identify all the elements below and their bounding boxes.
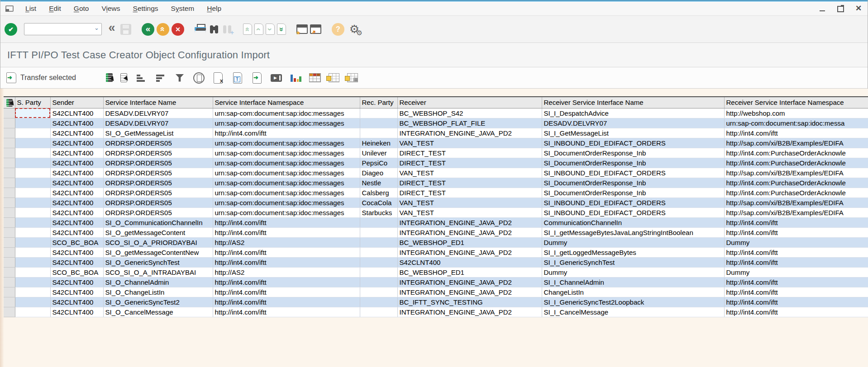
cell[interactable]: urn:sap-com:document:sap:idoc:messages (213, 207, 360, 217)
cell[interactable]: ORDRSP.ORDERS05 (103, 148, 213, 158)
cell[interactable]: http://int4.com/iftt (213, 247, 360, 257)
cell[interactable]: http://sap.com/xi/B2B/Examples/EDIFA (724, 207, 868, 217)
column-header-service-interface-name[interactable]: Service Interface Name (103, 97, 213, 108)
menu-item-help[interactable]: Help (200, 5, 228, 13)
cell[interactable]: http://int4.com/iftt (213, 128, 360, 138)
cell[interactable]: SI_INBOUND_EDI_EDIFACT_ORDERS (542, 207, 724, 217)
cell[interactable] (15, 168, 50, 178)
menu-item-edit[interactable]: Edit (43, 5, 67, 13)
select-all-header[interactable] (4, 97, 15, 108)
transfer-selected-button[interactable]: Transfer selected (6, 72, 76, 83)
cell[interactable]: INTEGRATION_ENGINE_JAVA_PD2 (397, 307, 542, 317)
cell[interactable]: SI_O_getMessageContentNew (103, 247, 213, 257)
cell[interactable]: BC_IFTT_SYNC_TESTING (397, 297, 542, 307)
column-header-sender[interactable]: Sender (50, 97, 103, 108)
cell[interactable]: http://sap.com/xi/B2B/Examples/EDIFA (724, 168, 868, 178)
cell[interactable]: S42CLNT400 (50, 297, 103, 307)
cell[interactable] (15, 237, 50, 247)
cell[interactable]: http://int4.com/iftt (213, 297, 360, 307)
cell[interactable]: DIRECT_TEST (397, 148, 542, 158)
cell[interactable]: S42CLNT400 (50, 128, 103, 138)
command-input[interactable] (24, 24, 94, 35)
cell[interactable]: http://webshop.com (724, 108, 868, 118)
cell[interactable] (15, 257, 50, 267)
cell[interactable] (15, 108, 50, 118)
cell[interactable]: urn:sap-com:document:sap:idoc:messages (213, 168, 360, 178)
cell[interactable]: http://int4.com/iftt (213, 307, 360, 317)
cell[interactable]: ORDRSP.ORDERS05 (103, 158, 213, 168)
first-page-icon[interactable] (243, 24, 252, 35)
cell[interactable]: SI_I_DespatchAdvice (542, 108, 724, 118)
cell[interactable] (360, 267, 397, 277)
column-header-service-interface-namespace[interactable]: Service Interface Namespace (213, 97, 360, 108)
cell[interactable]: BC_WEBSHOP_ED1 (397, 267, 542, 277)
row-selector[interactable] (4, 188, 15, 198)
cell[interactable]: SI_DocumentOrderResponse_Inb (542, 178, 724, 188)
cell[interactable]: VAN_TEST (397, 138, 542, 148)
cell[interactable]: ORDRSP.ORDERS05 (103, 168, 213, 178)
enter-icon[interactable] (5, 23, 17, 36)
cell[interactable]: VAN_TEST (397, 198, 542, 207)
select-all-columns-icon[interactable] (106, 73, 113, 82)
cell[interactable] (15, 198, 50, 207)
cell[interactable] (360, 237, 397, 247)
cell[interactable]: SI_DocumentOrderResponse_Inb (542, 188, 724, 198)
cell[interactable] (15, 227, 50, 237)
cell[interactable] (360, 217, 397, 227)
column-header-s-party[interactable]: S. Party (15, 97, 50, 108)
cell[interactable]: SCO_BC_BOA (50, 237, 103, 247)
cell[interactable]: S42CLNT400 (397, 257, 542, 267)
cell[interactable]: S42CLNT400 (50, 188, 103, 198)
cell[interactable]: S42CLNT400 (50, 217, 103, 227)
system-menu-icon[interactable] (5, 5, 14, 12)
create-shortcut-icon[interactable] (310, 24, 321, 34)
cell[interactable]: Heineken (360, 138, 397, 148)
cell[interactable]: INTEGRATION_ENGINE_JAVA_PD2 (397, 277, 542, 287)
cell[interactable]: urn:sap-com:document:sap:idoc:messages (213, 118, 360, 128)
graphics-icon[interactable] (290, 73, 301, 83)
page-down-icon[interactable] (266, 24, 275, 35)
exit-icon[interactable] (157, 23, 169, 36)
cell[interactable]: http://sap.com/xi/B2B/Examples/EDIFA (724, 138, 868, 148)
maximize-button[interactable] (834, 4, 847, 14)
row-selector[interactable] (4, 207, 15, 217)
cell[interactable]: ChangeListIn (542, 287, 724, 297)
customize-icon[interactable] (347, 23, 362, 36)
sort-ascending-icon[interactable] (135, 72, 147, 84)
deselect-all-columns-icon[interactable] (120, 73, 127, 82)
cell[interactable]: ORDRSP.ORDERS05 (103, 178, 213, 188)
cell[interactable]: http://int4.com/iftt (724, 257, 868, 267)
back-icon[interactable] (142, 23, 154, 36)
cell[interactable]: BC_WEBSHOP_FLAT_FILE (397, 118, 542, 128)
cell[interactable] (360, 118, 397, 128)
row-selector[interactable] (4, 128, 15, 138)
row-selector[interactable] (4, 237, 15, 247)
cell[interactable]: urn:sap-com:document:sap:idoc:messages (213, 108, 360, 118)
cell[interactable]: urn:sap-com:document:sap:idoc:messages (213, 138, 360, 148)
cell[interactable]: http://int4.com/iftt (213, 277, 360, 287)
cell[interactable]: SI_I_ChannelAdmin (542, 277, 724, 287)
cell[interactable]: SI_I_GenericSyncTest2Loopback (542, 297, 724, 307)
cell[interactable]: DIRECT_TEST (397, 188, 542, 198)
cell[interactable]: Diageo (360, 168, 397, 178)
row-selector[interactable] (4, 168, 15, 178)
cell[interactable]: DESADV.DELVRY07 (103, 118, 213, 128)
minimize-button[interactable] (816, 4, 829, 14)
row-selector[interactable] (4, 227, 15, 237)
cell[interactable]: http://int4.com:PurchaseOrderAcknowle (724, 148, 868, 158)
cell[interactable]: S42CLNT400 (50, 287, 103, 297)
cell[interactable]: VAN_TEST (397, 207, 542, 217)
cell[interactable]: S42CLNT400 (50, 257, 103, 267)
cell[interactable]: S42CLNT400 (50, 178, 103, 188)
cell[interactable]: http://int4.com/iftt (213, 227, 360, 237)
cell[interactable] (15, 148, 50, 158)
row-selector[interactable] (4, 277, 15, 287)
cell[interactable]: ORDRSP.ORDERS05 (103, 138, 213, 148)
cell[interactable]: SI_O_GenericSynchTest (103, 257, 213, 267)
cell[interactable]: ORDRSP.ORDERS05 (103, 198, 213, 207)
cell[interactable]: INTEGRATION_ENGINE_JAVA_PD2 (397, 227, 542, 237)
cell[interactable]: http://int4.com/iftt (724, 307, 868, 317)
cell[interactable]: urn:sap-com:document:sap:idoc:messages (213, 198, 360, 207)
row-selector[interactable] (4, 198, 15, 207)
cell[interactable] (15, 247, 50, 257)
